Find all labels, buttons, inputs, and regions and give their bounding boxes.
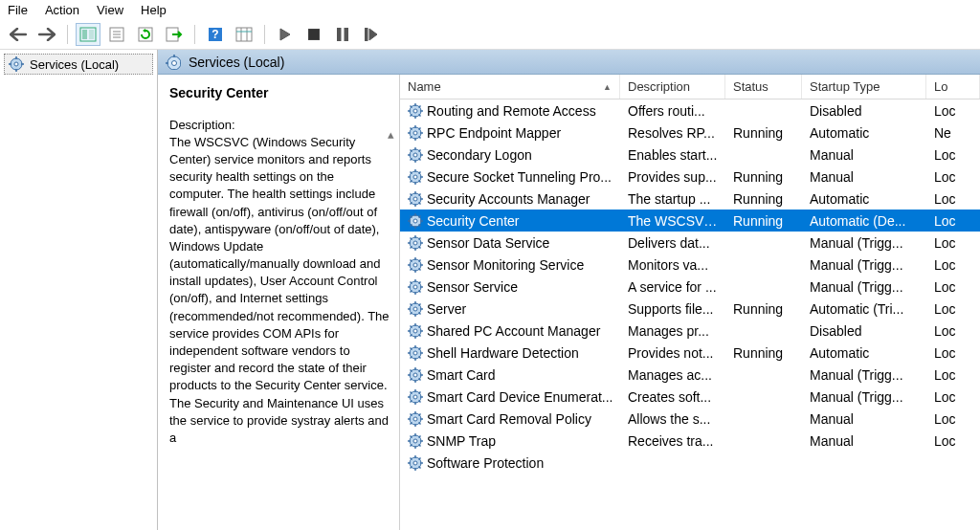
cell-name: Shell Hardware Detection [400, 345, 620, 361]
cell-name: RPC Endpoint Mapper [400, 125, 620, 141]
column-logon[interactable]: Lo [926, 75, 980, 99]
column-status[interactable]: Status [725, 75, 802, 99]
start-service-button[interactable] [273, 23, 298, 46]
detail-scroll[interactable]: ▴ [384, 126, 397, 144]
svg-rect-11 [236, 28, 252, 41]
services-list: Name ▲ Description Status Startup Type L… [399, 75, 980, 530]
menu-view[interactable]: View [97, 3, 123, 17]
cell-status: Running [725, 191, 802, 207]
cell-logon: Loc [926, 279, 980, 295]
help-button[interactable]: ? [203, 23, 228, 46]
cell-name: Server [400, 301, 620, 317]
column-startup-type[interactable]: Startup Type [802, 75, 926, 99]
cell-startup-type: Automatic [802, 125, 926, 141]
cell-startup-type: Automatic [802, 191, 926, 207]
service-row[interactable]: Sensor ServiceA service for ...Manual (T… [400, 276, 980, 298]
forward-button[interactable] [34, 23, 59, 46]
cell-description: Allows the s... [620, 411, 725, 427]
restart-icon [365, 28, 378, 41]
cell-status: Running [725, 125, 802, 141]
cell-logon: Loc [926, 345, 980, 361]
svg-point-72 [413, 197, 417, 201]
service-row[interactable]: Smart CardManages ac...Manual (Trigg...L… [400, 364, 980, 386]
pause-service-button[interactable] [330, 23, 355, 46]
service-name: Security Accounts Manager [427, 191, 590, 207]
export-icon [166, 27, 183, 42]
service-row[interactable]: Secondary LogonEnables start...ManualLoc [400, 144, 980, 166]
service-name: Smart Card [427, 367, 496, 383]
service-row[interactable]: Shell Hardware DetectionProvides not...R… [400, 342, 980, 364]
service-row[interactable]: SNMP TrapReceives tra...ManualLoc [400, 430, 980, 452]
cell-logon: Loc [926, 235, 980, 251]
svg-point-62 [413, 175, 417, 179]
toolbar-separator [67, 25, 68, 44]
service-row[interactable]: Security Accounts ManagerThe startup ...… [400, 188, 980, 210]
export-button[interactable] [162, 23, 187, 46]
menubar: File Action View Help [0, 0, 980, 20]
cell-startup-type: Manual (Trigg... [802, 367, 926, 383]
svg-point-26 [172, 60, 177, 65]
svg-point-182 [413, 439, 417, 443]
services-gear-icon [166, 55, 181, 70]
service-row[interactable]: Smart Card Removal PolicyAllows the s...… [400, 408, 980, 430]
service-row[interactable]: Routing and Remote AccessOffers routi...… [400, 99, 980, 121]
service-row[interactable]: Shared PC Account ManagerManages pr...Di… [400, 320, 980, 342]
cell-startup-type: Automatic (Tri... [802, 301, 926, 317]
nav-services-local[interactable]: Services (Local) [4, 54, 153, 75]
service-row[interactable]: Security CenterThe WSCSVC...RunningAutom… [400, 210, 980, 232]
menu-file[interactable]: File [8, 3, 28, 17]
cell-description: Receives tra... [620, 433, 725, 449]
service-name: Smart Card Removal Policy [427, 411, 591, 427]
service-gear-icon [408, 367, 423, 383]
refresh-button[interactable] [133, 23, 158, 46]
cell-name: Sensor Monitoring Service [400, 257, 620, 273]
restart-service-button[interactable] [359, 23, 384, 46]
refresh-icon [138, 27, 153, 42]
column-description[interactable]: Description [620, 75, 725, 99]
columns-button[interactable] [232, 23, 256, 46]
cell-name: Software Protection [400, 455, 620, 471]
scroll-up-icon: ▴ [388, 126, 394, 144]
stop-service-button[interactable] [301, 23, 326, 46]
svg-point-42 [413, 131, 417, 135]
cell-startup-type: Manual [802, 169, 926, 185]
service-row[interactable]: Software Protection [400, 452, 980, 474]
service-name: Routing and Remote Access [427, 103, 596, 119]
service-gear-icon [408, 433, 423, 449]
service-name: Sensor Data Service [427, 235, 549, 251]
service-name: Software Protection [427, 455, 544, 471]
svg-point-32 [413, 109, 417, 113]
cell-name: Security Center [400, 213, 620, 229]
show-hide-tree-button[interactable] [76, 23, 100, 46]
service-row[interactable]: RPC Endpoint MapperResolves RP...Running… [400, 121, 980, 144]
cell-description: Delivers dat... [620, 235, 725, 251]
service-gear-icon [408, 389, 423, 405]
content-header: Services (Local) [158, 50, 980, 75]
cell-description: Provides not... [620, 345, 725, 361]
menu-help[interactable]: Help [141, 3, 167, 17]
cell-logon: Loc [926, 191, 980, 207]
back-button[interactable] [6, 23, 31, 46]
content-pane: Services (Local) Security Center Descrip… [158, 50, 980, 530]
play-icon [279, 28, 291, 41]
service-name: Server [427, 301, 466, 317]
nav-label: Services (Local) [30, 57, 119, 72]
svg-point-192 [413, 461, 417, 465]
cell-status: Running [725, 169, 802, 185]
service-row[interactable]: Sensor Monitoring ServiceMonitors va...M… [400, 254, 980, 276]
service-row[interactable]: ServerSupports file...RunningAutomatic (… [400, 298, 980, 320]
cell-logon: Loc [926, 103, 980, 119]
cell-description: Creates soft... [620, 389, 725, 405]
description-text: The WSCSVC (Windows Security Center) ser… [169, 134, 390, 447]
help-icon: ? [208, 27, 223, 42]
rows-container: Routing and Remote AccessOffers routi...… [400, 99, 980, 530]
service-gear-icon [408, 169, 423, 185]
column-name[interactable]: Name ▲ [400, 75, 620, 99]
service-row[interactable]: Secure Socket Tunneling Pro...Provides s… [400, 166, 980, 188]
properties-button[interactable] [104, 23, 129, 46]
service-name: Smart Card Device Enumerat... [427, 389, 613, 405]
menu-action[interactable]: Action [45, 3, 79, 17]
service-row[interactable]: Sensor Data ServiceDelivers dat...Manual… [400, 232, 980, 254]
cell-description: Manages ac... [620, 367, 725, 383]
service-row[interactable]: Smart Card Device Enumerat...Creates sof… [400, 386, 980, 408]
